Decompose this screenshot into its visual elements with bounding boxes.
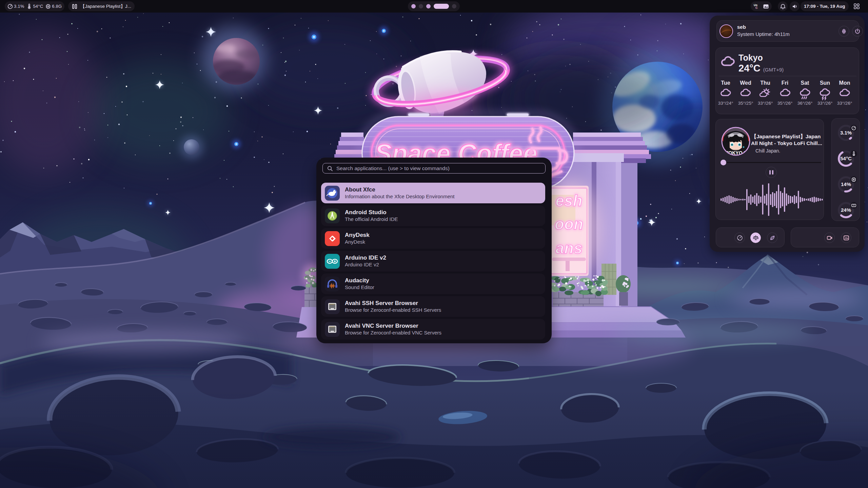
svg-text:14%: 14% (841, 181, 851, 187)
svg-text:C: C (755, 5, 758, 9)
svg-text:esh: esh (555, 192, 582, 209)
svg-text:3.1%: 3.1% (840, 130, 852, 136)
svg-text:ans: ans (555, 239, 582, 257)
svg-text:54°C: 54°C (840, 156, 852, 161)
svg-text:24%: 24% (841, 207, 851, 213)
svg-text:oon: oon (555, 215, 583, 233)
